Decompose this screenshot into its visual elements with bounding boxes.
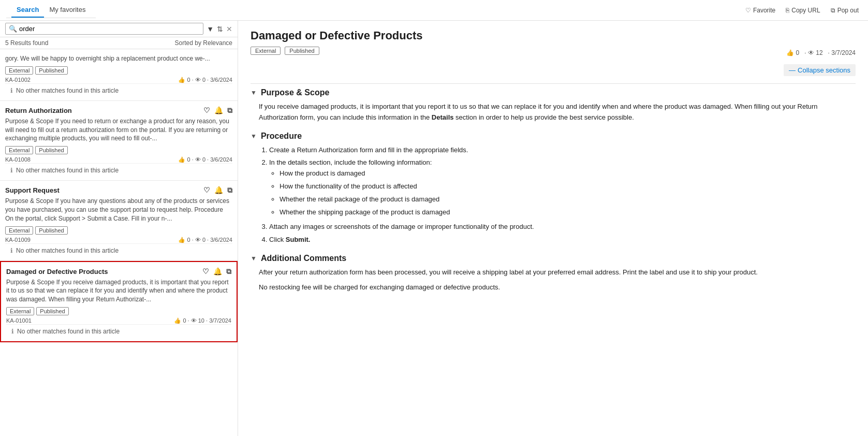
result-tags: External Published: [6, 307, 231, 315]
favorite-button[interactable]: ♡ Favorite: [742, 5, 778, 16]
heart-icon[interactable]: ♡: [203, 106, 210, 115]
results-list: gory. We will be happy to overnight ship…: [0, 49, 238, 436]
result-excerpt: gory. We will be happy to overnight ship…: [5, 54, 232, 63]
list-item: Attach any images or screenshots of the …: [269, 222, 856, 232]
result-title: Damaged or Defective Products ♡ 🔔 ⧉: [6, 267, 231, 276]
collapse-sections-label: Collapse sections: [798, 66, 850, 74]
copy-url-button[interactable]: ⎘ Copy URL: [783, 5, 823, 16]
info-icon: ℹ: [10, 167, 13, 174]
result-stats: 👍 0 · 👁 0 · 3/6/2024: [178, 237, 232, 243]
chevron-down-icon: ▼: [251, 133, 257, 140]
filter-icon[interactable]: ▼: [207, 25, 214, 33]
result-title: Support Request ♡ 🔔 ⧉: [5, 186, 232, 195]
share-icon[interactable]: ⧉: [226, 267, 231, 276]
section-content-purpose: If you receive damaged products, it is i…: [251, 101, 856, 123]
procedure-list: Create a Return Authorization form and f…: [259, 145, 856, 245]
list-item: Create a Return Authorization form and f…: [269, 145, 856, 156]
heart-icon[interactable]: ♡: [202, 267, 209, 276]
top-bar: Search My favorites ♡ Favorite ⎘ Copy UR…: [0, 0, 868, 21]
result-excerpt: Purpose & Scope If you need to return or…: [5, 117, 232, 143]
bell-icon[interactable]: 🔔: [213, 267, 222, 276]
no-match-notice: ℹ No other matches found in this article: [5, 243, 232, 257]
comments-para-2: No restocking fee will be charged for ex…: [259, 282, 856, 293]
chevron-down-icon: ▼: [251, 255, 257, 262]
article-badges: External Published: [251, 47, 319, 55]
tag-external: External: [5, 146, 33, 154]
result-ka: KA-01001: [6, 317, 32, 324]
result-tags: External Published: [5, 66, 232, 75]
section-title-comments: Additional Comments: [261, 254, 346, 263]
search-input-wrap: 🔍: [5, 23, 203, 35]
tab-search[interactable]: Search: [11, 3, 44, 18]
tab-favorites[interactable]: My favorites: [44, 3, 91, 18]
comments-para-1: After your return authorization form has…: [259, 267, 856, 278]
results-count: 5 Results found: [5, 39, 48, 47]
badge-external: External: [251, 47, 281, 55]
share-icon[interactable]: ⧉: [227, 106, 232, 115]
section-additional-comments: ▼ Additional Comments After your return …: [251, 254, 856, 293]
section-title-procedure: Procedure: [261, 132, 302, 141]
search-meta: 5 Results found Sorted by Relevance: [0, 37, 238, 49]
item-action-icons: ♡ 🔔 ⧉: [203, 186, 232, 195]
popout-button[interactable]: ⧉ Pop out: [828, 5, 862, 16]
result-ka: KA-01009: [5, 237, 31, 243]
result-stats: 👍 0 · 👁 0 · 3/6/2024: [178, 77, 232, 83]
result-item[interactable]: gory. We will be happy to overnight ship…: [0, 49, 238, 101]
result-ka: KA-01002: [5, 77, 31, 83]
share-icon[interactable]: ⧉: [227, 186, 232, 195]
result-ka: KA-01008: [5, 156, 31, 163]
list-item: Click Submit.: [269, 235, 856, 245]
result-item[interactable]: Support Request ♡ 🔔 ⧉ Purpose & Scope If…: [0, 181, 238, 260]
info-icon: ℹ: [10, 87, 13, 94]
heart-icon[interactable]: ♡: [203, 186, 210, 195]
sub-list: How the product is damaged How the funct…: [269, 168, 856, 217]
section-title-purpose: Purpose & Scope: [261, 88, 329, 97]
info-icon: ℹ: [11, 328, 14, 335]
divider: [251, 83, 856, 84]
heart-icon: ♡: [745, 7, 751, 14]
left-panel: 🔍 ▼ ⇅ ✕ 5 Results found Sorted by Releva…: [0, 21, 238, 436]
section-content-procedure: Create a Return Authorization form and f…: [251, 145, 856, 245]
main-layout: 🔍 ▼ ⇅ ✕ 5 Results found Sorted by Releva…: [0, 21, 868, 436]
copy-icon: ⎘: [786, 7, 789, 14]
section-purpose-scope: ▼ Purpose & Scope If you receive damaged…: [251, 88, 856, 123]
tag-published: Published: [35, 66, 67, 75]
sorted-by: Sorted by Relevance: [175, 39, 232, 47]
badge-published: Published: [285, 47, 319, 55]
item-action-icons: ♡ 🔔 ⧉: [203, 106, 232, 115]
no-match-notice: ℹ No other matches found in this article: [5, 163, 232, 177]
collapse-sections-button[interactable]: — Collapse sections: [784, 64, 856, 76]
list-item: How the functionality of the product is …: [279, 181, 856, 192]
no-match-notice: ℹ No other matches found in this article: [6, 324, 231, 338]
list-item: Whether the retail package of the produc…: [279, 194, 856, 205]
list-item: Whether the shipping package of the prod…: [279, 207, 856, 218]
tag-external: External: [5, 226, 33, 235]
favorite-label: Favorite: [753, 7, 775, 14]
section-header-purpose[interactable]: ▼ Purpose & Scope: [251, 88, 856, 97]
right-panel: Damaged or Defective Products External P…: [238, 21, 868, 436]
article-stats: 👍 0 · 👁 12 · 3/7/2024: [786, 49, 856, 56]
popout-icon: ⧉: [831, 7, 835, 14]
info-icon: ℹ: [10, 247, 13, 254]
result-excerpt: Purpose & Scope If you receive damaged p…: [6, 278, 231, 304]
result-item[interactable]: Return Authorization ♡ 🔔 ⧉ Purpose & Sco…: [0, 101, 238, 181]
search-tabs: Search My favorites: [6, 3, 96, 18]
bell-icon[interactable]: 🔔: [214, 186, 223, 195]
list-item: In the details section, include the foll…: [269, 157, 856, 217]
article-title: Damaged or Defective Products: [251, 29, 856, 42]
section-header-comments[interactable]: ▼ Additional Comments: [251, 254, 856, 263]
item-action-icons: ♡ 🔔 ⧉: [202, 267, 231, 276]
sort-icon[interactable]: ⇅: [217, 25, 223, 33]
result-item-selected[interactable]: Damaged or Defective Products ♡ 🔔 ⧉ Purp…: [0, 261, 238, 342]
collapse-icon: —: [789, 66, 796, 74]
bell-icon[interactable]: 🔔: [214, 106, 223, 115]
result-tags: External Published: [5, 146, 232, 154]
close-icon[interactable]: ✕: [226, 25, 232, 33]
section-header-procedure[interactable]: ▼ Procedure: [251, 132, 856, 141]
tag-published: Published: [35, 146, 67, 154]
bold-submit: Submit.: [286, 236, 311, 243]
search-controls: 🔍 ▼ ⇅ ✕: [0, 21, 238, 37]
search-input[interactable]: [19, 25, 200, 33]
result-footer: KA-01001 👍 0 · 👁 10 · 3/7/2024: [6, 317, 231, 324]
result-footer: KA-01008 👍 0 · 👁 0 · 3/6/2024: [5, 156, 232, 163]
